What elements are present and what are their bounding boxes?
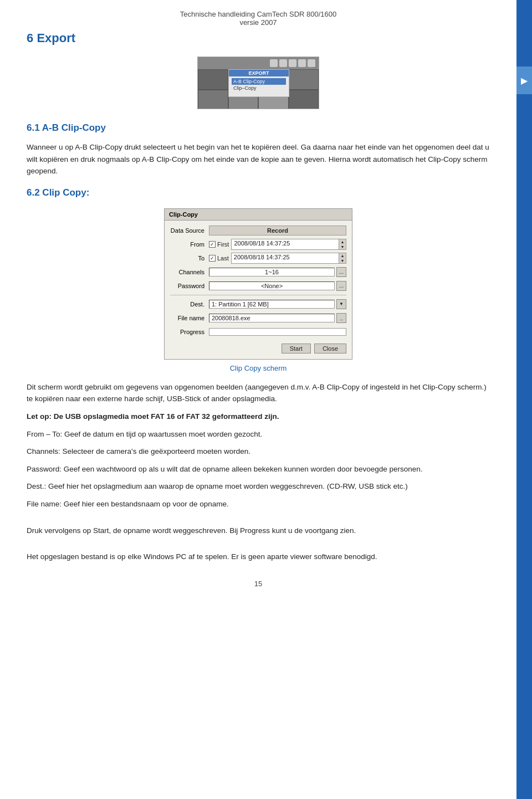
channels-input[interactable]: 1~16 xyxy=(209,268,335,276)
to-checkbox[interactable]: ✓ xyxy=(209,255,216,262)
mockup-top-bar xyxy=(198,57,319,69)
mockup-icon-1 xyxy=(270,59,278,67)
dialog-row-datasource: Data Source Record xyxy=(170,225,346,236)
clip-copy-dialog: Clip-Copy Data Source Record From ✓ Firs xyxy=(164,208,352,360)
channels-ellipsis-btn[interactable]: ... xyxy=(336,267,346,277)
from-checkbox-label: First xyxy=(217,241,229,248)
dialog-row-to: To ✓ Last 2008/08/18 14:37:25 ▲ ▼ xyxy=(170,253,346,264)
mockup-icon-4 xyxy=(298,59,306,67)
page-header: Technische handleiding CamTech SDR 800/1… xyxy=(27,10,490,27)
export-mockup: EXPORT A-B Clip-Copy Clip–Copy xyxy=(197,57,319,109)
mockup-icon-5 xyxy=(308,59,315,67)
header-subtitle: versie 2007 xyxy=(27,18,490,27)
note-bold-text: Let op: De USB opslagmedia moet FAT 16 o… xyxy=(27,412,279,421)
header-title: Technische handleiding CamTech SDR 800/1… xyxy=(27,10,490,18)
from-input[interactable]: 2008/08/18 14:37:25 xyxy=(231,239,339,250)
progress-field xyxy=(209,328,346,336)
from-input-group: 2008/08/18 14:37:25 ▲ ▼ xyxy=(231,239,346,250)
export-overlay-item-2[interactable]: Clip–Copy xyxy=(232,85,286,91)
dest-field: 1: Partition 1 [62 MB] ▼ xyxy=(209,299,346,309)
password-field: <None> ... xyxy=(209,281,346,291)
dialog-container: Clip-Copy Data Source Record From ✓ Firs xyxy=(27,208,490,360)
mockup-cell-5 xyxy=(198,90,228,110)
mockup-icon-3 xyxy=(289,59,296,67)
password-text: Password: Geef een wachtwoord op als u w… xyxy=(27,463,490,475)
section-clip-text1: Dit scherm wordt gebruikt om gegevens va… xyxy=(27,381,490,405)
channels-text: Channels: Selecteer de camera's die geëx… xyxy=(27,445,490,458)
to-spin-up[interactable]: ▲ xyxy=(339,253,346,258)
opgeslagen-text: Het opgeslagen bestand is op elke Window… xyxy=(27,551,490,563)
to-checkbox-row: ✓ Last xyxy=(209,255,231,262)
section-clip-heading: 6.2 Clip Copy: xyxy=(27,187,490,198)
dest-text: Dest.: Geef hier het opslagmedium aan wa… xyxy=(27,480,490,493)
section-ab-text: Wanneer u op A-B Clip-Copy drukt selecte… xyxy=(27,141,490,177)
dialog-row-dest: Dest. 1: Partition 1 [62 MB] ▼ xyxy=(170,299,346,310)
dialog-row-progress: Progress xyxy=(170,326,346,337)
progress-bar xyxy=(209,328,346,336)
dialog-row-password: Password <None> ... xyxy=(170,280,346,291)
dialog-caption: Clip Copy scherm xyxy=(27,364,490,372)
to-spin-btns: ▲ ▼ xyxy=(339,253,346,264)
export-overlay-title: EXPORT xyxy=(229,70,289,76)
dialog-titlebar: Clip-Copy xyxy=(165,209,352,221)
from-label: From xyxy=(170,241,209,248)
filename-label: File name xyxy=(170,315,209,321)
section-note: Let op: De USB opslagmedia moet FAT 16 o… xyxy=(27,411,490,423)
from-spin-up[interactable]: ▲ xyxy=(339,239,346,244)
password-ellipsis-btn[interactable]: ... xyxy=(336,281,346,291)
to-field: ✓ Last 2008/08/18 14:37:25 ▲ ▼ xyxy=(209,253,346,264)
dest-input[interactable]: 1: Partition 1 [62 MB] xyxy=(209,300,335,309)
export-image-container: EXPORT A-B Clip-Copy Clip–Copy xyxy=(27,57,490,109)
channels-field: 1~16 ... xyxy=(209,267,346,277)
to-input-group: 2008/08/18 14:37:25 ▲ ▼ xyxy=(231,253,346,264)
filename-dropdown-btn[interactable]: _ xyxy=(336,313,346,323)
from-checkbox[interactable]: ✓ xyxy=(209,241,216,248)
mockup-cell-8 xyxy=(289,90,319,110)
page-number: 15 xyxy=(27,580,490,588)
password-input[interactable]: <None> xyxy=(209,281,335,290)
to-checkbox-label: Last xyxy=(217,255,229,262)
export-overlay: EXPORT A-B Clip-Copy Clip–Copy xyxy=(228,69,289,97)
filename-text: File name: Geef hier een bestandsnaam op… xyxy=(27,498,490,510)
start-button[interactable]: Start xyxy=(282,344,311,354)
password-label: Password xyxy=(170,283,209,289)
dialog-body: Data Source Record From ✓ First 2008 xyxy=(165,221,352,359)
record-header: Record xyxy=(209,226,346,235)
dest-dropdown-btn[interactable]: ▼ xyxy=(336,299,346,309)
export-overlay-item-1[interactable]: A-B Clip-Copy xyxy=(232,78,286,85)
filename-field: 20080818.exe _ xyxy=(209,313,346,323)
mockup-icon-2 xyxy=(279,59,287,67)
close-button[interactable]: Close xyxy=(314,344,346,354)
mockup-cell-1 xyxy=(198,69,228,90)
dialog-row-filename: File name 20080818.exe _ xyxy=(170,313,346,324)
to-label: To xyxy=(170,255,209,262)
chapter-heading: 6 Export xyxy=(27,31,490,45)
sidebar-arrow[interactable]: ▶ xyxy=(516,66,532,94)
filename-input[interactable]: 20080818.exe xyxy=(209,314,335,322)
mockup-cell-4 xyxy=(289,69,319,90)
dialog-divider xyxy=(170,295,346,295)
from-checkbox-row: ✓ First xyxy=(209,241,231,248)
sidebar-right: ▶ xyxy=(516,0,532,799)
progress-label: Progress xyxy=(170,329,209,335)
druk-text: Druk vervolgens op Start, de opname word… xyxy=(27,525,490,537)
dialog-buttons: Start Close xyxy=(170,340,346,354)
dest-label: Dest. xyxy=(170,301,209,308)
data-source-label: Data Source xyxy=(170,227,209,234)
main-content: Technische handleiding CamTech SDR 800/1… xyxy=(0,0,516,610)
dialog-row-from: From ✓ First 2008/08/18 14:37:25 ▲ ▼ xyxy=(170,239,346,250)
dialog-row-channels: Channels 1~16 ... xyxy=(170,267,346,278)
section-ab-heading: 6.1 A-B Clip-Copy xyxy=(27,122,490,134)
to-input[interactable]: 2008/08/18 14:37:25 xyxy=(231,253,339,264)
from-spin-btns: ▲ ▼ xyxy=(339,239,346,250)
to-spin-down[interactable]: ▼ xyxy=(339,258,346,263)
from-field: ✓ First 2008/08/18 14:37:25 ▲ ▼ xyxy=(209,239,346,250)
record-field: Record xyxy=(209,226,346,235)
from-to-text: From – To: Geef de datum en tijd op waar… xyxy=(27,428,490,441)
from-spin-down[interactable]: ▼ xyxy=(339,244,346,249)
channels-label: Channels xyxy=(170,269,209,275)
